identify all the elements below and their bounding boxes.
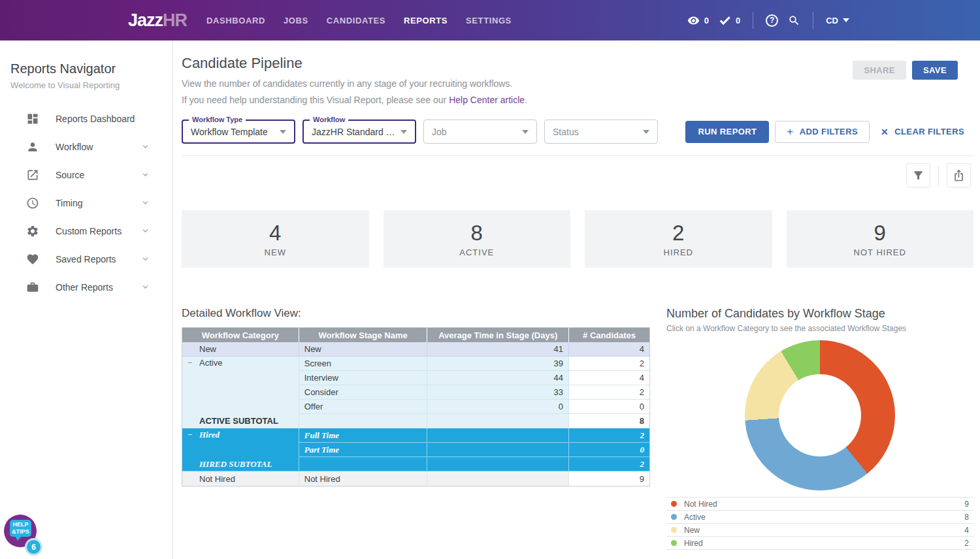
avg-days-cell: 39 — [427, 357, 569, 371]
export-button[interactable] — [947, 163, 971, 187]
briefcase-icon — [26, 281, 39, 294]
summary-card-not-hired[interactable]: 9 NOT HIRED — [787, 210, 974, 268]
chevron-down-icon — [522, 130, 529, 134]
sidebar-item-reports-dashboard[interactable]: Reports Dashboard — [0, 104, 172, 133]
legend-item-active[interactable]: Active8 — [666, 510, 973, 523]
watching-counter[interactable]: 0 — [687, 14, 709, 27]
summary-card-active[interactable]: 8 ACTIVE — [384, 210, 571, 268]
sidebar-item-label: Workflow — [56, 142, 93, 152]
help-center-link[interactable]: Help Center article — [449, 95, 525, 105]
job-select[interactable]: Job — [423, 120, 537, 144]
avg-days-cell: 33 — [427, 385, 569, 400]
status-placeholder: Status — [553, 127, 579, 137]
workflow-table: Workflow Category Workflow Stage Name Av… — [182, 327, 650, 487]
summary-cards: 4 NEW 8 ACTIVE 2 HIRED 9 NOT HIRED — [182, 210, 973, 268]
legend-dot — [671, 527, 677, 533]
nav-right: 0 0 ? CD — [687, 12, 849, 29]
chart-subtitle: Click on a Workflow Category to see the … — [666, 324, 973, 333]
candidates-cell: 4 — [569, 371, 649, 385]
status-select[interactable]: Status — [544, 120, 658, 144]
sidebar-item-label: Source — [56, 170, 84, 180]
category-active[interactable]: −Active — [182, 357, 299, 414]
candidates-cell: 2 — [569, 357, 649, 371]
help-icon[interactable]: ? — [766, 14, 778, 27]
sidebar-item-custom-reports[interactable]: Custom Reports — [0, 217, 172, 245]
run-report-button[interactable]: RUN REPORT — [685, 121, 769, 143]
nav-item-jobs[interactable]: JOBS — [284, 16, 308, 25]
nav-item-candidates[interactable]: CANDIDATES — [327, 16, 385, 25]
stage-cell: Screen — [299, 357, 428, 371]
avg-days-cell — [427, 443, 569, 457]
close-icon: ✕ — [881, 127, 889, 137]
chevron-down-icon — [140, 226, 150, 236]
clear-filters-button[interactable]: ✕ CLEAR FILTERS — [875, 121, 970, 143]
card-label: NOT HIRED — [854, 248, 906, 257]
legend-item-new[interactable]: New4 — [666, 523, 973, 536]
nav-item-dashboard[interactable]: DASHBOARD — [206, 16, 265, 25]
report-header: Candidate Pipeline View the number of ca… — [182, 40, 973, 105]
category-hired[interactable]: −Hired — [182, 428, 299, 457]
help-bubble-line2: &TIPS — [12, 528, 29, 535]
help-text-suffix: . — [525, 95, 527, 105]
table-row-active-subtotal: ACTIVE SUBTOTAL 8 — [182, 414, 649, 428]
category-not-hired[interactable]: Not Hired — [182, 471, 299, 486]
search-icon[interactable] — [788, 14, 800, 27]
category-new[interactable]: New — [182, 342, 299, 357]
legend-dot — [671, 540, 677, 546]
nav-item-settings[interactable]: SETTINGS — [466, 16, 512, 25]
workflow-type-label: Workflow Type — [189, 116, 246, 123]
candidates-cell: 8 — [569, 414, 649, 428]
sidebar-item-timing[interactable]: Timing — [0, 189, 172, 217]
legend-value: 8 — [964, 513, 969, 522]
legend-value: 4 — [964, 526, 969, 535]
sidebar-subtitle: Welcome to Visual Reporting — [0, 80, 172, 90]
jazzhr-logo[interactable]: JazzHR — [128, 10, 187, 31]
workflow-select[interactable]: Workflow JazzHR Standard Wo... — [302, 120, 416, 144]
user-menu[interactable]: CD — [826, 16, 849, 25]
table-row-screen: −Active Screen 39 2 — [182, 357, 649, 371]
sidebar-title: Reports Navigator — [0, 61, 172, 76]
legend-dot — [671, 501, 677, 507]
add-filters-button[interactable]: + ADD FILTERS — [775, 121, 870, 143]
sidebar-items: Reports Dashboard Workflow Source Timing… — [0, 104, 172, 301]
legend-label: Not Hired — [684, 500, 717, 509]
summary-card-hired[interactable]: 2 HIRED — [585, 210, 772, 268]
legend-item-not-hired[interactable]: Not Hired9 — [666, 497, 973, 510]
sidebar-item-source[interactable]: Source — [0, 161, 172, 189]
header-buttons: SHARE SAVE — [853, 61, 958, 105]
workflow-type-value: Workflow Template — [191, 127, 268, 137]
table-row-full-time: −Hired Full Time 2 — [182, 428, 649, 443]
legend-label: New — [684, 526, 700, 535]
nav-item-reports[interactable]: REPORTS — [404, 16, 448, 25]
legend-item-hired[interactable]: Hired2 — [666, 536, 973, 549]
eye-icon — [687, 14, 700, 27]
candidates-cell: 0 — [569, 400, 649, 414]
filter-bar: Workflow Type Workflow Template Workflow… — [182, 120, 973, 156]
job-placeholder: Job — [432, 127, 447, 137]
save-button[interactable]: SAVE — [912, 61, 958, 80]
summary-card-new[interactable]: 4 NEW — [182, 210, 369, 268]
chart-toolbar — [182, 163, 971, 187]
gear-icon — [26, 225, 39, 238]
avg-days-cell: 0 — [427, 400, 569, 414]
collapse-icon[interactable]: − — [188, 430, 199, 440]
tasks-counter[interactable]: 0 — [719, 14, 740, 27]
stage-cell — [299, 457, 428, 471]
chevron-down-icon — [280, 130, 286, 134]
sidebar-item-other-reports[interactable]: Other Reports — [0, 273, 172, 301]
plus-icon: + — [787, 125, 793, 138]
sidebar-item-workflow[interactable]: Workflow — [0, 133, 172, 161]
add-filters-label: ADD FILTERS — [800, 127, 858, 136]
filter-funnel-button[interactable] — [906, 163, 930, 187]
person-icon — [26, 140, 39, 153]
hired-subtotal-label: HIRED SUBTOTAL — [182, 457, 299, 471]
sidebar-item-saved-reports[interactable]: Saved Reports — [0, 245, 172, 273]
workflow-type-select[interactable]: Workflow Type Workflow Template — [182, 120, 295, 144]
logo-jazz: Jazz — [128, 10, 163, 31]
heart-icon — [26, 253, 39, 266]
help-tips-widget[interactable]: HELP &TIPS 6 — [4, 515, 43, 555]
candidates-cell: 2 — [569, 428, 649, 443]
collapse-icon[interactable]: − — [188, 358, 199, 368]
share-button[interactable]: SHARE — [853, 61, 906, 80]
donut-chart-wrap — [745, 340, 895, 490]
